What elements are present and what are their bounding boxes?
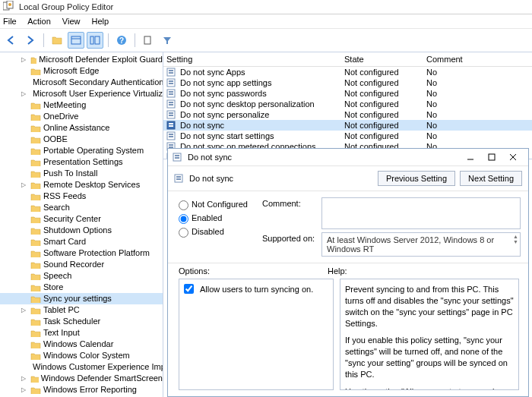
col-state[interactable]: State: [344, 54, 426, 65]
menu-view[interactable]: View: [62, 17, 81, 26]
tree-item[interactable]: Windows Calendar: [0, 339, 163, 350]
tree-item[interactable]: Windows Customer Experience Improv: [0, 361, 163, 373]
menu-file[interactable]: File: [3, 17, 17, 26]
spin-buttons[interactable]: ▲▼: [513, 234, 518, 244]
tree-item[interactable]: Microsoft Edge: [0, 65, 163, 77]
tree-item[interactable]: Store: [0, 282, 163, 293]
setting-state: Not configured: [344, 67, 426, 77]
tree-item-label: Security Center: [43, 213, 101, 225]
tree-item[interactable]: OOBE: [0, 134, 163, 145]
list-row[interactable]: Do not syncNot configuredNo: [163, 120, 532, 131]
help-paragraph: If you enable this policy setting, "sync…: [345, 335, 514, 380]
tree-item[interactable]: Presentation Settings: [0, 156, 163, 168]
tree-view[interactable]: ▷Microsoft Defender Exploit GuardMicroso…: [0, 52, 163, 397]
col-comment[interactable]: Comment: [426, 54, 532, 65]
minimize-button[interactable]: [460, 150, 481, 165]
tree-item[interactable]: Microsoft Secondary Authentication Fa: [0, 77, 163, 88]
folder-icon: [30, 386, 41, 394]
tree-item[interactable]: Push To Install: [0, 168, 163, 179]
forward-button[interactable]: [22, 32, 39, 49]
tree-item[interactable]: Sound Recorder: [0, 259, 163, 270]
next-setting-button[interactable]: Next Setting: [460, 171, 522, 186]
comment-field[interactable]: [321, 197, 521, 229]
list-row[interactable]: Do not sync start settingsNot configured…: [163, 131, 532, 141]
tree-item[interactable]: ▷Microsoft Defender Exploit Guard: [0, 54, 163, 65]
expand-icon[interactable]: ▷: [21, 182, 26, 188]
setting-state: Not configured: [344, 131, 426, 141]
previous-setting-button[interactable]: Previous Setting: [378, 171, 455, 186]
list-row[interactable]: Do not sync personalizeNot configuredNo: [163, 109, 532, 120]
expand-icon[interactable]: ▷: [21, 91, 26, 97]
tree-item[interactable]: Speech: [0, 270, 163, 282]
radio-not-configured[interactable]: Not Configured: [179, 197, 255, 211]
list-row[interactable]: Do not sync desktop personalizationNot c…: [163, 99, 532, 109]
setting-comment: No: [426, 99, 532, 109]
tree-item[interactable]: ▷Windows Defender SmartScreen: [0, 373, 163, 384]
expand-icon[interactable]: ▷: [21, 376, 26, 382]
tree-item-label: Tablet PC: [43, 304, 80, 316]
setting-comment: No: [426, 109, 532, 120]
tree-item[interactable]: Task Scheduler: [0, 316, 163, 327]
expand-icon[interactable]: ▷: [21, 307, 26, 314]
col-setting[interactable]: Setting: [166, 54, 344, 65]
setting-name: Do not sync personalize: [180, 109, 269, 120]
tree-item[interactable]: Portable Operating System: [0, 145, 163, 156]
svg-rect-17: [489, 154, 495, 160]
tree-item-label: Push To Install: [43, 168, 97, 179]
tree-item[interactable]: ▷Microsoft User Experience Virtualizatio…: [0, 88, 163, 99]
toolbar-btn-c[interactable]: [140, 32, 157, 49]
folder-icon: [30, 283, 41, 291]
radio-enabled[interactable]: Enabled: [179, 211, 255, 225]
tree-item[interactable]: ▷Tablet PC: [0, 304, 163, 316]
tree-item-label: Microsoft User Experience Virtualization: [33, 88, 163, 99]
list-row[interactable]: Do not sync AppsNot configuredNo: [163, 67, 532, 77]
help-box: Prevent syncing to and from this PC. Thi…: [340, 279, 519, 390]
close-button[interactable]: [502, 150, 524, 165]
help-button[interactable]: ?: [113, 32, 130, 49]
up-button[interactable]: [49, 32, 65, 49]
toolbar-btn-a[interactable]: [68, 32, 84, 49]
menu-action[interactable]: Action: [27, 17, 51, 26]
expand-icon[interactable]: ▷: [21, 387, 26, 393]
setting-name: Do not sync start settings: [180, 131, 274, 141]
folder-icon: [30, 340, 41, 348]
tree-item[interactable]: Windows Color System: [0, 350, 163, 361]
tree-item[interactable]: Smart Card: [0, 236, 163, 247]
expand-icon[interactable]: ▷: [21, 57, 26, 63]
tree-item[interactable]: Text Input: [0, 327, 163, 339]
help-paragraph: Prevent syncing to and from this PC. Thi…: [345, 284, 514, 329]
tree-item[interactable]: OneDrive: [0, 111, 163, 122]
tree-item[interactable]: Shutdown Options: [0, 225, 163, 236]
setting-name: Do not sync Apps: [180, 67, 245, 77]
list-row[interactable]: Do not sync passwordsNot configuredNo: [163, 88, 532, 99]
tree-item[interactable]: Online Assistance: [0, 122, 163, 134]
tree-item-label: Shutdown Options: [43, 225, 112, 236]
tree-item-label: Microsoft Defender Exploit Guard: [39, 54, 163, 65]
folder-icon: [30, 249, 41, 257]
menu-help[interactable]: Help: [92, 17, 109, 26]
settings-list[interactable]: Setting State Comment Do not sync AppsNo…: [163, 52, 532, 159]
tree-item[interactable]: ▷Remote Desktop Services: [0, 179, 163, 191]
toolbar-btn-b[interactable]: [87, 32, 103, 49]
tree-item[interactable]: Software Protection Platform: [0, 247, 163, 259]
back-button[interactable]: [3, 32, 20, 49]
tree-item[interactable]: RSS Feeds: [0, 191, 163, 202]
setting-comment: No: [426, 77, 532, 88]
folder-icon: [30, 226, 41, 235]
list-row[interactable]: Do not sync app settingsNot configuredNo: [163, 77, 532, 88]
maximize-button[interactable]: [481, 150, 502, 165]
tree-item[interactable]: Search: [0, 202, 163, 213]
tree-item[interactable]: Sync your settings: [0, 293, 163, 304]
folder-icon: [30, 260, 41, 269]
radio-disabled[interactable]: Disabled: [179, 225, 255, 238]
tree-item[interactable]: NetMeeting: [0, 99, 163, 111]
help-paragraph: Use the option "Allow users to turn sync…: [345, 386, 514, 390]
tree-item-label: Microsoft Edge: [43, 65, 99, 77]
filter-button[interactable]: [159, 32, 176, 49]
tree-item[interactable]: Security Center: [0, 213, 163, 225]
folder-icon: [30, 158, 41, 166]
tree-item[interactable]: ▷Windows Error Reporting: [0, 384, 163, 395]
allow-syncing-checkbox[interactable]: Allow users to turn syncing on.: [184, 284, 328, 294]
svg-rect-9: [71, 36, 81, 44]
folder-icon: [30, 329, 41, 337]
